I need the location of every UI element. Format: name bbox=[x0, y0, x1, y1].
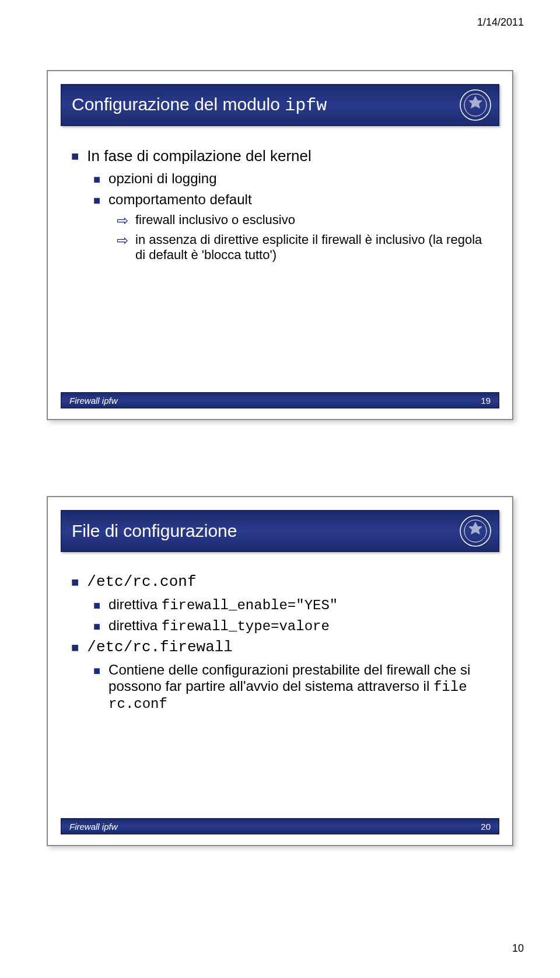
slide-2: File di configurazione ■ /etc/rc.conf ■ … bbox=[47, 496, 513, 846]
bullet-text: comportamento default bbox=[108, 191, 251, 208]
bullet-text: direttiva firewall_type=valore bbox=[108, 617, 330, 634]
bullet-l1: ■ /etc/rc.conf bbox=[71, 573, 489, 592]
bullet-text: opzioni di logging bbox=[108, 170, 216, 187]
slide-content: ■ /etc/rc.conf ■ direttiva firewall_enab… bbox=[71, 573, 489, 715]
square-bullet-icon: ■ bbox=[71, 147, 79, 166]
bullet-l2: ■ comportamento default bbox=[93, 191, 489, 209]
page-number: 10 bbox=[512, 942, 524, 955]
square-bullet-icon: ■ bbox=[93, 617, 100, 635]
square-bullet-icon: ■ bbox=[71, 573, 79, 592]
square-bullet-icon: ■ bbox=[93, 596, 100, 614]
slide-1: Configurazione del modulo ipfw ■ In fase… bbox=[47, 70, 513, 420]
bullet-l1: ■ In fase di compilazione del kernel bbox=[71, 147, 489, 166]
square-bullet-icon: ■ bbox=[93, 662, 100, 679]
university-seal-icon bbox=[459, 515, 492, 547]
text-span: Contiene delle configurazioni prestabili… bbox=[108, 662, 470, 694]
bullet-l2: ■ Contiene delle configurazioni prestabi… bbox=[93, 662, 489, 712]
slide-title: Configurazione del modulo ipfw bbox=[72, 95, 327, 116]
bullet-l2: ■ direttiva firewall_type=valore bbox=[93, 617, 489, 635]
bullet-text: In fase di compilazione del kernel bbox=[87, 147, 311, 165]
arrow-right-icon: ⇨ bbox=[117, 232, 128, 249]
title-text-plain: Configurazione del modulo bbox=[72, 95, 285, 114]
text-mono: firewall_enable="YES" bbox=[162, 598, 338, 613]
text-mono: firewall_type=valore bbox=[162, 619, 330, 634]
university-seal-icon bbox=[459, 89, 492, 121]
page-date: 1/14/2011 bbox=[477, 16, 524, 29]
bullet-text: /etc/rc.firewall bbox=[87, 638, 233, 656]
arrow-right-icon: ⇨ bbox=[117, 212, 128, 229]
bullet-l1: ■ /etc/rc.firewall bbox=[71, 638, 489, 657]
bullet-l2: ■ direttiva firewall_enable="YES" bbox=[93, 596, 489, 614]
footer-label: Firewall ipfw bbox=[69, 396, 118, 406]
text-span: direttiva bbox=[108, 596, 162, 612]
bullet-l3: ⇨ in assenza di direttive esplicite il f… bbox=[117, 232, 489, 263]
slide-title: File di configurazione bbox=[72, 521, 237, 541]
square-bullet-icon: ■ bbox=[93, 191, 100, 209]
slide-content: ■ In fase di compilazione del kernel ■ o… bbox=[71, 147, 489, 266]
footer-slide-number: 20 bbox=[481, 822, 491, 832]
bullet-text: Contiene delle configurazioni prestabili… bbox=[108, 662, 489, 712]
slide-title-bar: File di configurazione bbox=[61, 510, 499, 552]
footer-slide-number: 19 bbox=[481, 396, 491, 406]
footer-label: Firewall ipfw bbox=[69, 822, 118, 832]
bullet-l3: ⇨ firewall inclusivo o esclusivo bbox=[117, 212, 489, 229]
title-text-mono: ipfw bbox=[285, 96, 327, 116]
square-bullet-icon: ■ bbox=[93, 170, 100, 188]
bullet-text: in assenza di direttive esplicite il fir… bbox=[135, 232, 489, 263]
bullet-text: /etc/rc.conf bbox=[87, 573, 196, 591]
slide-footer: Firewall ipfw 19 bbox=[61, 392, 499, 408]
bullet-text: direttiva firewall_enable="YES" bbox=[108, 596, 338, 613]
square-bullet-icon: ■ bbox=[71, 638, 79, 657]
slide-title-bar: Configurazione del modulo ipfw bbox=[61, 84, 499, 126]
bullet-l2: ■ opzioni di logging bbox=[93, 170, 489, 188]
slide-footer: Firewall ipfw 20 bbox=[61, 818, 499, 834]
text-span: direttiva bbox=[108, 617, 162, 633]
bullet-text: firewall inclusivo o esclusivo bbox=[135, 212, 295, 228]
